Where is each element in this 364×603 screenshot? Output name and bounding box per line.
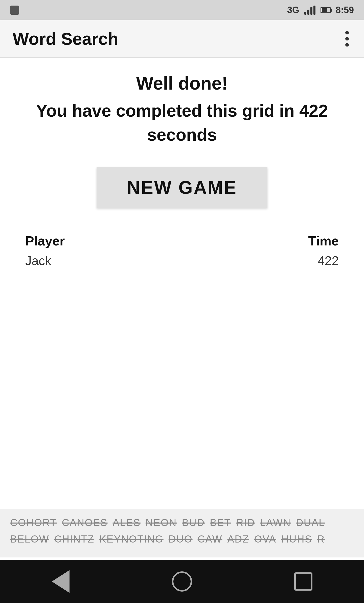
list-item: KEYNOTING — [99, 533, 164, 545]
list-item: R — [317, 533, 325, 545]
list-item: CAW — [198, 533, 222, 545]
completion-title: Well done! — [20, 73, 344, 94]
status-bar-right: 3G 8:59 — [287, 5, 354, 15]
nav-bar — [0, 560, 364, 603]
back-icon — [52, 570, 70, 593]
completion-subtitle: You have completed this grid in 422 seco… — [20, 99, 344, 147]
new-game-button[interactable]: NEW GAME — [97, 167, 267, 208]
completion-line3: seconds — [147, 125, 217, 144]
word-list-row-1: COHORT CANOES ALES NEON BUD BET RID LAWN… — [10, 517, 354, 528]
nav-recent-button[interactable] — [291, 569, 316, 594]
status-bar-left — [10, 6, 19, 15]
list-item: ALES — [113, 517, 141, 528]
score-table: Player Time Jack 422 — [20, 233, 344, 268]
main-content: Well done! You have completed this grid … — [0, 58, 364, 294]
player-value: Jack — [25, 254, 51, 268]
signal-icon — [304, 6, 315, 15]
list-item: RID — [236, 517, 255, 528]
sim-icon — [10, 6, 19, 15]
completion-line2: You have completed this grid in 422 — [36, 101, 328, 120]
nav-home-button[interactable] — [169, 569, 195, 594]
list-item: NEON — [146, 517, 177, 528]
menu-dot-1 — [345, 31, 349, 34]
list-item: CANOES — [62, 517, 108, 528]
list-item: LAWN — [260, 517, 291, 528]
menu-dot-3 — [345, 43, 349, 47]
word-list-section: COHORT CANOES ALES NEON BUD BET RID LAWN… — [0, 509, 364, 557]
list-item: BUD — [182, 517, 204, 528]
list-item: DUO — [169, 533, 193, 545]
list-item: ADZ — [227, 533, 249, 545]
app-bar: Word Search — [0, 20, 364, 58]
battery-icon — [321, 7, 331, 13]
score-header-row: Player Time — [25, 233, 339, 248]
menu-button[interactable] — [343, 28, 351, 49]
new-game-container: NEW GAME — [20, 167, 344, 208]
list-item: HUHS — [281, 533, 312, 545]
time-header: Time — [308, 233, 339, 248]
time-display: 8:59 — [336, 5, 354, 15]
list-item: BET — [210, 517, 231, 528]
list-item: BELOW — [10, 533, 49, 545]
menu-dot-2 — [345, 37, 349, 40]
time-value: 422 — [318, 254, 339, 268]
list-item: COHORT — [10, 517, 57, 528]
recent-icon — [294, 572, 312, 591]
player-header: Player — [25, 233, 65, 248]
list-item: OVA — [254, 533, 276, 545]
app-title: Word Search — [13, 29, 118, 49]
nav-back-button[interactable] — [48, 569, 73, 594]
score-data-row: Jack 422 — [25, 254, 339, 268]
signal-label: 3G — [287, 5, 299, 15]
word-list-row-2: BELOW CHINTZ KEYNOTING DUO CAW ADZ OVA H… — [10, 533, 354, 545]
list-item: CHINTZ — [54, 533, 94, 545]
completion-message: Well done! You have completed this grid … — [20, 73, 344, 147]
list-item: DUAL — [296, 517, 325, 528]
status-bar: 3G 8:59 — [0, 0, 364, 20]
home-icon — [172, 571, 192, 592]
